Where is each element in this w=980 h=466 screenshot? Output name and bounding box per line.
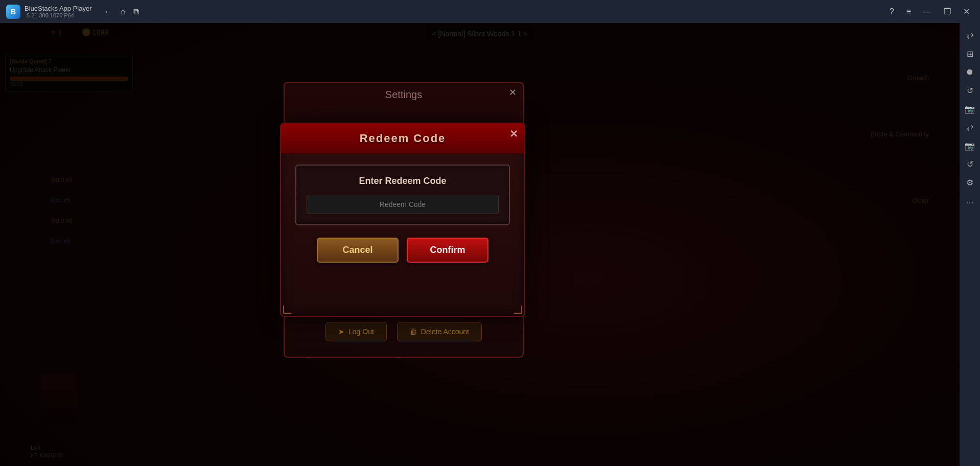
menu-button[interactable]: ≡: [902, 5, 915, 18]
back-button[interactable]: ←: [104, 7, 112, 16]
sidebar-icon-2[interactable]: ⊞: [962, 45, 978, 62]
sidebar-icon-5[interactable]: 📷: [962, 101, 978, 117]
right-sidebar: ⇄ ⊞ ⏺ ↺ 📷 ⇄ 📷 ↺ ⚙ …: [960, 23, 980, 466]
corner-decoration-bl: [283, 306, 291, 314]
modal-body: Enter Redeem Code Cancel Confirm: [281, 154, 524, 273]
modal-title: Redeem Code: [360, 132, 446, 145]
logout-icon: ➤: [338, 328, 344, 336]
settings-bottom-actions: ➤ Log Out 🗑 Delete Account: [285, 322, 523, 341]
restore-button[interactable]: ❐: [940, 5, 955, 18]
confirm-button[interactable]: Confirm: [407, 238, 488, 263]
modal-close-button[interactable]: ✕: [509, 128, 518, 140]
help-button[interactable]: ?: [885, 5, 898, 18]
cancel-button[interactable]: Cancel: [317, 238, 399, 263]
sidebar-icon-6[interactable]: ⇄: [962, 119, 978, 135]
copy-button[interactable]: ⧉: [133, 7, 139, 16]
sidebar-icon-more[interactable]: …: [962, 193, 978, 209]
redeem-code-input[interactable]: [307, 195, 499, 214]
close-button[interactable]: ✕: [959, 5, 974, 18]
code-input-area: Enter Redeem Code: [295, 165, 510, 225]
minimize-button[interactable]: —: [919, 5, 936, 18]
sidebar-icon-3[interactable]: ⏺: [962, 64, 978, 80]
title-nav: ← ⌂ ⧉: [104, 7, 139, 16]
sidebar-icon-1[interactable]: ⇄: [962, 27, 978, 43]
app-name: BlueStacks App Player: [25, 5, 92, 12]
sidebar-icon-settings[interactable]: ⚙: [962, 174, 978, 191]
settings-title: Settings: [285, 83, 523, 107]
window-controls: ? ≡ — ❐ ✕: [885, 5, 974, 18]
redeem-code-modal: Redeem Code ✕ Enter Redeem Code Cancel C…: [280, 123, 525, 317]
app-logo: B: [6, 5, 20, 19]
corner-decoration-br: [514, 306, 522, 314]
title-bar: B BlueStacks App Player 5.21.300.1070 P6…: [0, 0, 980, 23]
delete-account-button[interactable]: 🗑 Delete Account: [397, 322, 482, 341]
modal-action-buttons: Cancel Confirm: [317, 238, 488, 263]
sidebar-icon-4[interactable]: ↺: [962, 82, 978, 99]
code-input-label: Enter Redeem Code: [359, 176, 446, 187]
sidebar-icon-8[interactable]: ↺: [962, 156, 978, 172]
sidebar-icon-7[interactable]: 📷: [962, 137, 978, 154]
app-version: 5.21.300.1070 P64: [27, 12, 92, 18]
modal-header: Redeem Code ✕: [281, 124, 524, 154]
settings-close-button[interactable]: ✕: [509, 87, 517, 98]
home-button[interactable]: ⌂: [121, 7, 126, 16]
delete-icon: 🗑: [410, 328, 417, 336]
logout-button[interactable]: ➤ Log Out: [325, 322, 387, 341]
